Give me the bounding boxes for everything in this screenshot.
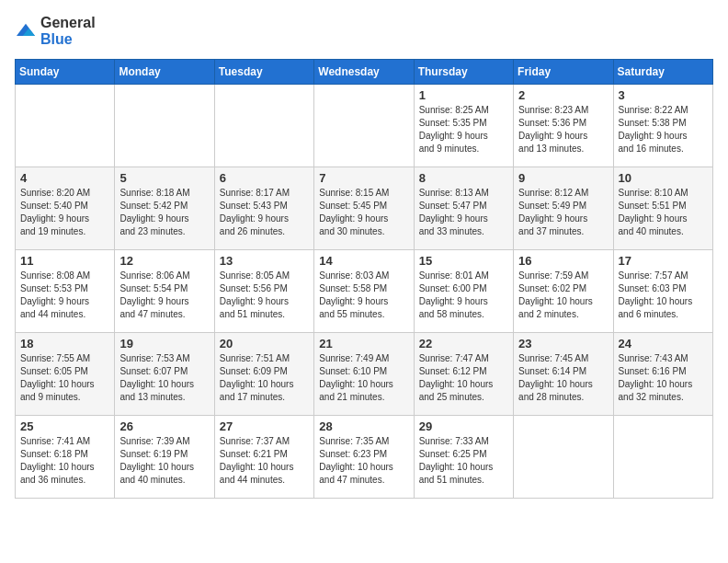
calendar-cell: 21Sunrise: 7:49 AM Sunset: 6:10 PM Dayli… xyxy=(314,333,414,416)
day-number: 24 xyxy=(619,337,708,350)
day-number: 4 xyxy=(20,171,109,185)
day-number: 5 xyxy=(119,171,209,185)
calendar-cell: 20Sunrise: 7:51 AM Sunset: 6:09 PM Dayli… xyxy=(214,333,313,416)
day-number: 17 xyxy=(619,254,708,268)
day-of-week-header: Tuesday xyxy=(214,60,313,85)
day-info: Sunrise: 7:47 AM Sunset: 6:12 PM Dayligh… xyxy=(419,352,508,404)
day-info: Sunrise: 8:01 AM Sunset: 6:00 PM Dayligh… xyxy=(419,270,508,321)
day-info: Sunrise: 8:20 AM Sunset: 5:40 PM Dayligh… xyxy=(20,187,109,238)
logo: General Blue xyxy=(15,15,96,48)
day-number: 19 xyxy=(119,337,209,350)
day-info: Sunrise: 8:23 AM Sunset: 5:36 PM Dayligh… xyxy=(518,104,608,155)
day-number: 27 xyxy=(220,419,309,433)
day-number: 3 xyxy=(619,88,708,102)
calendar-cell: 24Sunrise: 7:43 AM Sunset: 6:16 PM Dayli… xyxy=(613,333,712,416)
day-number: 15 xyxy=(419,254,508,268)
day-info: Sunrise: 8:18 AM Sunset: 5:42 PM Dayligh… xyxy=(119,187,209,238)
calendar-cell xyxy=(613,416,712,499)
logo-text: General Blue xyxy=(40,15,96,48)
day-info: Sunrise: 8:25 AM Sunset: 5:35 PM Dayligh… xyxy=(419,104,508,155)
calendar-cell: 26Sunrise: 7:39 AM Sunset: 6:19 PM Dayli… xyxy=(115,416,214,499)
calendar-cell xyxy=(115,85,214,167)
calendar-cell: 11Sunrise: 8:08 AM Sunset: 5:53 PM Dayli… xyxy=(16,250,115,333)
calendar-cell: 3Sunrise: 8:22 AM Sunset: 5:38 PM Daylig… xyxy=(613,85,712,167)
logo-icon xyxy=(15,22,37,40)
day-of-week-header: Thursday xyxy=(414,60,513,85)
day-info: Sunrise: 7:39 AM Sunset: 6:19 PM Dayligh… xyxy=(119,435,209,487)
day-number: 26 xyxy=(119,419,209,433)
day-number: 11 xyxy=(20,254,109,268)
calendar-cell xyxy=(514,416,613,499)
calendar-cell xyxy=(314,85,414,167)
day-info: Sunrise: 7:41 AM Sunset: 6:18 PM Dayligh… xyxy=(20,435,109,487)
day-number: 21 xyxy=(319,337,408,350)
day-of-week-header: Monday xyxy=(115,60,214,85)
day-info: Sunrise: 8:15 AM Sunset: 5:45 PM Dayligh… xyxy=(319,187,408,238)
calendar-cell: 25Sunrise: 7:41 AM Sunset: 6:18 PM Dayli… xyxy=(16,416,115,499)
calendar-cell: 15Sunrise: 8:01 AM Sunset: 6:00 PM Dayli… xyxy=(414,250,513,333)
calendar-table: SundayMondayTuesdayWednesdayThursdayFrid… xyxy=(15,59,713,499)
calendar-cell: 14Sunrise: 8:03 AM Sunset: 5:58 PM Dayli… xyxy=(314,250,414,333)
day-of-week-header: Friday xyxy=(514,60,613,85)
day-info: Sunrise: 8:03 AM Sunset: 5:58 PM Dayligh… xyxy=(319,270,408,321)
day-number: 20 xyxy=(220,337,309,350)
day-number: 9 xyxy=(518,171,608,185)
day-number: 22 xyxy=(419,337,508,350)
day-info: Sunrise: 7:59 AM Sunset: 6:02 PM Dayligh… xyxy=(518,270,608,321)
calendar-cell: 13Sunrise: 8:05 AM Sunset: 5:56 PM Dayli… xyxy=(214,250,313,333)
day-info: Sunrise: 7:57 AM Sunset: 6:03 PM Dayligh… xyxy=(619,270,708,321)
calendar-cell: 4Sunrise: 8:20 AM Sunset: 5:40 PM Daylig… xyxy=(16,167,115,250)
calendar-cell: 6Sunrise: 8:17 AM Sunset: 5:43 PM Daylig… xyxy=(214,167,313,250)
day-of-week-header: Sunday xyxy=(16,60,115,85)
day-info: Sunrise: 7:33 AM Sunset: 6:25 PM Dayligh… xyxy=(419,435,508,487)
day-number: 16 xyxy=(518,254,608,268)
calendar-cell: 9Sunrise: 8:12 AM Sunset: 5:49 PM Daylig… xyxy=(514,167,613,250)
day-of-week-header: Saturday xyxy=(613,60,712,85)
day-info: Sunrise: 7:55 AM Sunset: 6:05 PM Dayligh… xyxy=(20,352,109,404)
day-info: Sunrise: 7:45 AM Sunset: 6:14 PM Dayligh… xyxy=(518,352,608,404)
day-info: Sunrise: 8:13 AM Sunset: 5:47 PM Dayligh… xyxy=(419,187,508,238)
day-number: 25 xyxy=(20,419,109,433)
calendar-cell: 8Sunrise: 8:13 AM Sunset: 5:47 PM Daylig… xyxy=(414,167,513,250)
calendar-cell: 12Sunrise: 8:06 AM Sunset: 5:54 PM Dayli… xyxy=(115,250,214,333)
day-info: Sunrise: 8:08 AM Sunset: 5:53 PM Dayligh… xyxy=(20,270,109,321)
day-number: 10 xyxy=(619,171,708,185)
calendar-cell: 19Sunrise: 7:53 AM Sunset: 6:07 PM Dayli… xyxy=(115,333,214,416)
day-info: Sunrise: 7:35 AM Sunset: 6:23 PM Dayligh… xyxy=(319,435,408,487)
day-info: Sunrise: 8:12 AM Sunset: 5:49 PM Dayligh… xyxy=(518,187,608,238)
calendar-cell: 5Sunrise: 8:18 AM Sunset: 5:42 PM Daylig… xyxy=(115,167,214,250)
day-number: 1 xyxy=(419,88,508,102)
day-number: 29 xyxy=(419,419,508,433)
day-number: 14 xyxy=(319,254,408,268)
day-number: 8 xyxy=(419,171,508,185)
page-header: General Blue xyxy=(15,15,713,48)
day-info: Sunrise: 7:37 AM Sunset: 6:21 PM Dayligh… xyxy=(220,435,309,487)
day-number: 2 xyxy=(518,88,608,102)
day-number: 12 xyxy=(119,254,209,268)
calendar-cell: 10Sunrise: 8:10 AM Sunset: 5:51 PM Dayli… xyxy=(613,167,712,250)
day-number: 28 xyxy=(319,419,408,433)
day-info: Sunrise: 8:10 AM Sunset: 5:51 PM Dayligh… xyxy=(619,187,708,238)
day-info: Sunrise: 8:06 AM Sunset: 5:54 PM Dayligh… xyxy=(119,270,209,321)
day-number: 13 xyxy=(220,254,309,268)
day-info: Sunrise: 7:43 AM Sunset: 6:16 PM Dayligh… xyxy=(619,352,708,404)
day-info: Sunrise: 8:22 AM Sunset: 5:38 PM Dayligh… xyxy=(619,104,708,155)
day-number: 7 xyxy=(319,171,408,185)
calendar-cell: 2Sunrise: 8:23 AM Sunset: 5:36 PM Daylig… xyxy=(514,85,613,167)
calendar-cell: 27Sunrise: 7:37 AM Sunset: 6:21 PM Dayli… xyxy=(214,416,313,499)
calendar-cell: 28Sunrise: 7:35 AM Sunset: 6:23 PM Dayli… xyxy=(314,416,414,499)
calendar-cell: 1Sunrise: 8:25 AM Sunset: 5:35 PM Daylig… xyxy=(414,85,513,167)
day-info: Sunrise: 7:53 AM Sunset: 6:07 PM Dayligh… xyxy=(119,352,209,404)
day-info: Sunrise: 8:05 AM Sunset: 5:56 PM Dayligh… xyxy=(220,270,309,321)
calendar-cell: 22Sunrise: 7:47 AM Sunset: 6:12 PM Dayli… xyxy=(414,333,513,416)
calendar-cell: 23Sunrise: 7:45 AM Sunset: 6:14 PM Dayli… xyxy=(514,333,613,416)
day-info: Sunrise: 7:49 AM Sunset: 6:10 PM Dayligh… xyxy=(319,352,408,404)
day-info: Sunrise: 8:17 AM Sunset: 5:43 PM Dayligh… xyxy=(220,187,309,238)
calendar-cell xyxy=(16,85,115,167)
calendar-cell xyxy=(214,85,313,167)
day-of-week-header: Wednesday xyxy=(314,60,414,85)
day-number: 23 xyxy=(518,337,608,350)
calendar-cell: 17Sunrise: 7:57 AM Sunset: 6:03 PM Dayli… xyxy=(613,250,712,333)
calendar-cell: 16Sunrise: 7:59 AM Sunset: 6:02 PM Dayli… xyxy=(514,250,613,333)
day-number: 18 xyxy=(20,337,109,350)
